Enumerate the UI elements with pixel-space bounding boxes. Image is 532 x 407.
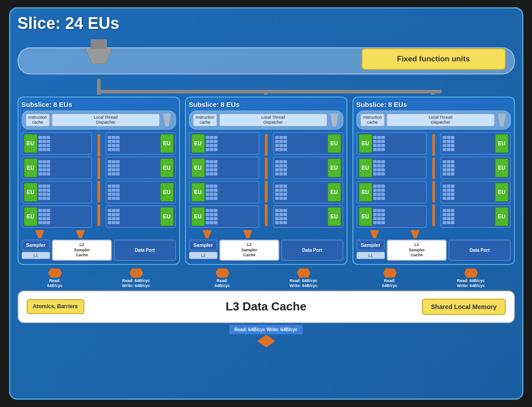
eu-1-4: EU xyxy=(22,205,92,228)
fixed-function-box: Fixed function units xyxy=(361,48,506,70)
subslices-row: Subslice: 8 EUs Instructioncache Local T… xyxy=(18,97,515,265)
bw-rw-2: Read: 64B/cycWrite: 64B/cyc xyxy=(290,278,318,288)
atomics-box: Atomics, Barriers xyxy=(27,299,84,314)
sampler-label-3: Sampler xyxy=(356,240,385,250)
data-port-1: Data Port xyxy=(114,240,176,261)
eu-1-6: EU xyxy=(106,157,176,179)
l1-label-1: L1 xyxy=(22,252,50,259)
subslice-3-eu-area: EU EU EU EU EU EU EU EU xyxy=(356,132,511,228)
sampler-label-2: Sampler xyxy=(189,240,217,250)
instr-cache-1: Instructioncache xyxy=(26,114,50,126)
bw-read-3: Read:64B/cyc xyxy=(382,278,398,288)
bottom-bw-label: Read: 64B/cyc Write: 64B/cyc xyxy=(228,324,304,335)
subslice-2-bottom: Sampler L1 L2SamplerCache Data Port xyxy=(189,240,343,261)
svg-marker-6 xyxy=(163,114,171,126)
top-funnel xyxy=(83,39,115,64)
eu-1-1: EU xyxy=(22,132,92,155)
data-port-3: Data Port xyxy=(449,240,510,261)
slice-title: Slice: 24 EUs xyxy=(18,14,120,33)
dispatcher-1: Local ThreadDispatcher xyxy=(52,114,159,126)
svg-marker-13 xyxy=(370,230,379,238)
eu-right-col-1: EU EU xyxy=(106,132,176,228)
subslice-2-instr-bar: Instructioncache Local ThreadDispatcher xyxy=(189,111,343,130)
subslice-1-bottom: Sampler L1 L2SamplerCache Data Port xyxy=(22,240,176,261)
svg-marker-17 xyxy=(216,268,229,278)
subslice-1-title: Subslice: 8 EUs xyxy=(22,101,176,108)
svg-marker-7 xyxy=(35,230,44,238)
svg-marker-12 xyxy=(498,114,506,126)
eu-1-5: EU xyxy=(106,132,176,155)
subslice-2-title: Subslice: 8 EUs xyxy=(189,101,343,108)
svg-marker-9 xyxy=(330,114,338,126)
subslice-1: Subslice: 8 EUs Instructioncache Local T… xyxy=(18,97,180,265)
svg-marker-20 xyxy=(464,268,478,278)
orange-mid-1 xyxy=(94,132,103,228)
eu-1-7: EU xyxy=(106,181,176,204)
svg-marker-15 xyxy=(48,268,62,278)
data-port-2: Data Port xyxy=(281,240,343,261)
instr-cache-2: Instructioncache xyxy=(193,114,217,126)
subslice-2: Subslice: 8 EUs Instructioncache Local T… xyxy=(185,97,347,265)
eu-1-2: EU xyxy=(22,157,92,179)
subslice-2-eu-area: EU EU EU EU EU EU EU EU xyxy=(189,132,343,228)
dispatcher-3: Local ThreadDispatcher xyxy=(387,114,494,126)
svg-marker-18 xyxy=(297,268,310,278)
sampler-label-1: Sampler xyxy=(22,240,50,250)
connector-area xyxy=(18,79,515,95)
svg-marker-19 xyxy=(383,268,397,278)
subslice-3: Subslice: 8 EUs Instructioncache Local T… xyxy=(352,97,515,265)
svg-marker-14 xyxy=(411,230,420,238)
l3-bar: Atomics, Barriers L3 Data Cache Shared L… xyxy=(18,291,515,323)
sampler-1: Sampler L1 xyxy=(22,240,50,261)
svg-marker-21 xyxy=(257,335,275,347)
bw-rw-3: Read: 64B/cycWrite: 64B/cyc xyxy=(457,278,485,288)
l3-title: L3 Data Cache xyxy=(226,300,306,314)
bw-read-2: Read:64B/cyc xyxy=(215,278,230,288)
subslice-1-eu-area: EU EU xyxy=(22,132,176,228)
eu-1-3: EU xyxy=(22,181,92,204)
svg-marker-11 xyxy=(243,230,252,238)
instr-cache-3: Instructioncache xyxy=(361,114,385,126)
l1-label-3: L1 xyxy=(356,252,385,259)
dispatcher-2: Local ThreadDispatcher xyxy=(219,114,327,126)
svg-marker-10 xyxy=(203,230,212,238)
subslice-3-bottom: Sampler L1 L2SamplerCache Data Port xyxy=(356,240,511,261)
svg-marker-0 xyxy=(85,48,112,64)
eu-1-8: EU xyxy=(106,205,176,228)
eu-left-col-1: EU EU xyxy=(22,132,92,228)
bw-read-1: Read:64B/cyc xyxy=(47,278,63,288)
svg-marker-16 xyxy=(130,268,143,278)
main-container: Slice: 24 EUs Fixed function units xyxy=(9,7,523,400)
subslice-3-instr-bar: Instructioncache Local ThreadDispatcher xyxy=(356,111,511,130)
bottom-bw: Read: 64B/cyc Write: 64B/cyc xyxy=(18,324,515,347)
l1-label-2: L1 xyxy=(189,252,217,259)
svg-marker-8 xyxy=(76,230,85,238)
l2-sampler-2: L2SamplerCache xyxy=(219,240,279,261)
subslice-3-title: Subslice: 8 EUs xyxy=(356,101,511,108)
bw-rw-1: Read: 64B/cycWrite: 64B/cyc xyxy=(122,278,150,288)
subslice-1-instr-bar: Instructioncache Local ThreadDispatcher xyxy=(22,111,176,130)
l2-sampler-3: L2SamplerCache xyxy=(387,240,447,261)
orange-arrows-down-1 xyxy=(22,230,176,238)
shared-local-box: Shared Local Memory xyxy=(422,299,506,315)
l3-section: Atomics, Barriers L3 Data Cache Shared L… xyxy=(18,291,515,347)
l2-sampler-1: L2SamplerCache xyxy=(52,240,112,261)
bandwidth-row: Read:64B/cyc Read: 64B/cycWrite: 64B/cyc… xyxy=(18,268,515,288)
